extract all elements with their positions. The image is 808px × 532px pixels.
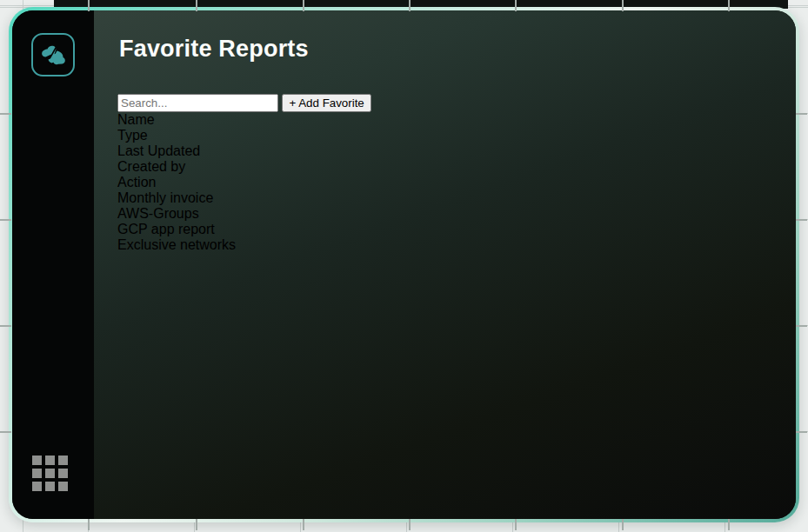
table-row: AWS-Groups — [117, 206, 777, 222]
grid-tick — [728, 0, 730, 11]
grid-tick — [796, 325, 807, 327]
apps-grid-icon[interactable] — [32, 456, 68, 491]
plus-icon: + — [289, 96, 296, 110]
app-logo[interactable] — [31, 33, 75, 76]
grid-tick — [409, 519, 411, 530]
report-name[interactable]: Exclusive networks — [117, 237, 777, 253]
grid-tick — [622, 0, 624, 11]
column-header-action: Action — [117, 175, 777, 190]
grid-tick — [0, 113, 11, 115]
grid-tick — [88, 0, 90, 11]
grid-tick — [796, 431, 807, 433]
page-title: Favorite Reports — [119, 35, 796, 63]
report-name[interactable]: Monthly invoice — [117, 190, 777, 206]
main-content: Favorite Reports + Add Favorite Name Typ… — [94, 10, 796, 519]
column-header-last-updated: Last Updated — [117, 143, 777, 159]
grid-tick — [0, 325, 11, 327]
app-window-inner: Favorite Reports + Add Favorite Name Typ… — [12, 10, 796, 519]
grid-tick — [796, 113, 807, 115]
grid-tick — [0, 219, 11, 221]
grid-tick — [515, 0, 517, 11]
grid-tick — [0, 431, 11, 433]
grid-tick — [796, 219, 807, 221]
add-favorite-button[interactable]: + Add Favorite — [282, 94, 371, 112]
grid-tick — [728, 519, 730, 530]
reports-panel: + Add Favorite Name Type Last Updated Cr… — [117, 78, 777, 497]
grid-tick — [88, 519, 90, 530]
grid-tick — [622, 519, 624, 530]
table-row: Exclusive networks — [117, 237, 777, 253]
sidebar — [12, 10, 94, 519]
table-body: Monthly invoiceAWS-GroupsGCP app reportE… — [117, 190, 777, 253]
table-row: GCP app report — [117, 222, 777, 237]
column-header-name: Name — [117, 112, 777, 128]
add-favorite-label: Add Favorite — [298, 96, 364, 110]
cloud-lightning-icon — [38, 42, 68, 68]
grid-tick — [303, 519, 304, 530]
grid-tick — [196, 0, 197, 11]
report-name[interactable]: AWS-Groups — [117, 206, 777, 222]
column-header-created-by: Created by — [117, 159, 777, 175]
table-row: Monthly invoice — [117, 190, 777, 206]
grid-tick — [515, 519, 517, 530]
toolbar: + Add Favorite — [117, 94, 777, 112]
grid-tick — [409, 0, 411, 11]
search-input[interactable] — [117, 94, 278, 112]
grid-tick — [303, 0, 304, 11]
app-window: Favorite Reports + Add Favorite Name Typ… — [9, 7, 799, 522]
report-name[interactable]: GCP app report — [117, 222, 777, 237]
grid-tick — [196, 519, 197, 530]
column-header-type: Type — [117, 128, 777, 143]
table-header-row: Name Type Last Updated Created by Action — [117, 112, 777, 190]
